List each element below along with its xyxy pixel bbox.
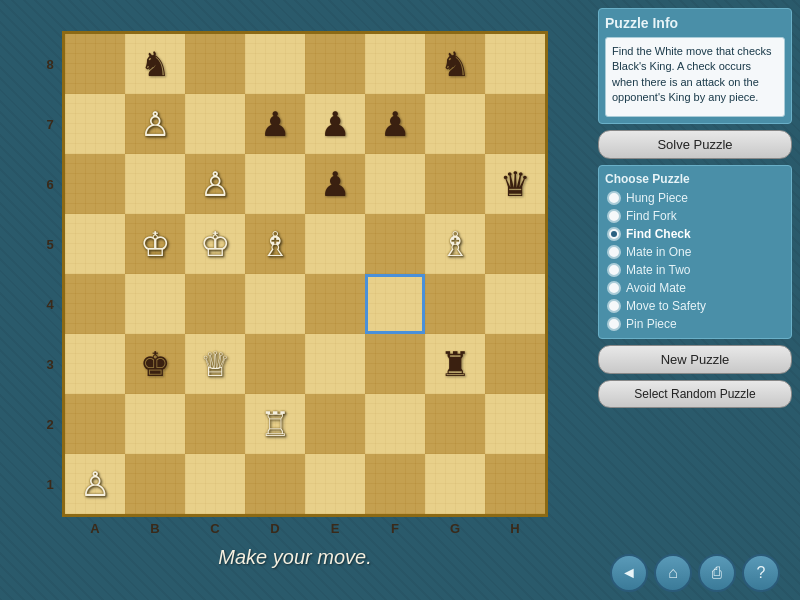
solve-puzzle-button[interactable]: Solve Puzzle [598,130,792,159]
cell-e5[interactable] [305,214,365,274]
cell-d7[interactable]: ♟ [245,94,305,154]
cell-a5[interactable] [65,214,125,274]
cell-e1[interactable] [305,454,365,514]
radio-circle-pin-piece [607,317,621,331]
cell-h5[interactable] [485,214,545,274]
white-king-c5: ♔ [200,227,230,261]
info-button[interactable]: ? [742,554,780,592]
cell-f2[interactable] [365,394,425,454]
cell-f6[interactable] [365,154,425,214]
left-panel: 1 2 3 4 5 6 7 8 ♞♞♙♟♟♟♙♟♛♔♔♗♗♚♕♜♖♙ A B C… [0,0,590,600]
cell-a1[interactable]: ♙ [65,454,125,514]
radio-item-move-to-safety[interactable]: Move to Safety [605,298,785,314]
cell-h4[interactable] [485,274,545,334]
back-button[interactable]: ◄ [610,554,648,592]
chess-board[interactable]: ♞♞♙♟♟♟♙♟♛♔♔♗♗♚♕♜♖♙ [62,31,548,517]
cell-b6[interactable] [125,154,185,214]
cell-c8[interactable] [185,34,245,94]
cell-a8[interactable] [65,34,125,94]
white-bishop-d5: ♗ [260,227,290,261]
cell-c5[interactable]: ♔ [185,214,245,274]
cell-f4[interactable] [365,274,425,334]
cell-d5[interactable]: ♗ [245,214,305,274]
cell-d8[interactable] [245,34,305,94]
cell-g5[interactable]: ♗ [425,214,485,274]
radio-circle-mate-in-one [607,245,621,259]
cell-b2[interactable] [125,394,185,454]
puzzle-info-text-box: Find the White move that checks Black's … [605,37,785,117]
radio-item-mate-in-two[interactable]: Mate in Two [605,262,785,278]
cell-g1[interactable] [425,454,485,514]
choose-puzzle-box: Choose Puzzle Hung PieceFind ForkFind Ch… [598,165,792,339]
cell-c1[interactable] [185,454,245,514]
cell-g8[interactable]: ♞ [425,34,485,94]
radio-item-hung-piece[interactable]: Hung Piece [605,190,785,206]
cell-h1[interactable] [485,454,545,514]
cell-d1[interactable] [245,454,305,514]
cell-d3[interactable] [245,334,305,394]
radio-circle-move-to-safety [607,299,621,313]
cell-h6[interactable]: ♛ [485,154,545,214]
print-button[interactable]: ⎙ [698,554,736,592]
board-with-labels: 1 2 3 4 5 6 7 8 ♞♞♙♟♟♟♙♟♛♔♔♗♗♚♕♜♖♙ [42,31,548,517]
cell-e2[interactable] [305,394,365,454]
select-random-puzzle-button[interactable]: Select Random Puzzle [598,380,792,408]
cell-e8[interactable] [305,34,365,94]
cell-a6[interactable] [65,154,125,214]
cell-h3[interactable] [485,334,545,394]
white-bishop-g5: ♗ [440,227,470,261]
cell-e7[interactable]: ♟ [305,94,365,154]
radio-item-find-fork[interactable]: Find Fork [605,208,785,224]
cell-g4[interactable] [425,274,485,334]
cell-g2[interactable] [425,394,485,454]
cell-b3[interactable]: ♚ [125,334,185,394]
cell-c7[interactable] [185,94,245,154]
cell-f3[interactable] [365,334,425,394]
new-puzzle-button[interactable]: New Puzzle [598,345,792,374]
white-queen-c3: ♕ [200,347,230,381]
radio-label-mate-in-one: Mate in One [626,245,691,259]
cell-c3[interactable]: ♕ [185,334,245,394]
cell-e3[interactable] [305,334,365,394]
cell-g7[interactable] [425,94,485,154]
cell-h7[interactable] [485,94,545,154]
cell-c2[interactable] [185,394,245,454]
cell-h8[interactable] [485,34,545,94]
cell-h2[interactable] [485,394,545,454]
cell-a3[interactable] [65,334,125,394]
cell-b4[interactable] [125,274,185,334]
home-button[interactable]: ⌂ [654,554,692,592]
cell-a4[interactable] [65,274,125,334]
white-pawn-b7: ♙ [140,107,170,141]
puzzle-type-group: Hung PieceFind ForkFind CheckMate in One… [605,190,785,332]
puzzle-info-box: Puzzle Info Find the White move that che… [598,8,792,124]
cell-g6[interactable] [425,154,485,214]
cell-b7[interactable]: ♙ [125,94,185,154]
cell-d2[interactable]: ♖ [245,394,305,454]
radio-item-find-check[interactable]: Find Check [605,226,785,242]
cell-e4[interactable] [305,274,365,334]
cell-g3[interactable]: ♜ [425,334,485,394]
file-b: B [125,521,185,536]
cell-d4[interactable] [245,274,305,334]
puzzle-description: Find the White move that checks Black's … [612,44,778,106]
cell-c6[interactable]: ♙ [185,154,245,214]
cell-f8[interactable] [365,34,425,94]
radio-item-avoid-mate[interactable]: Avoid Mate [605,280,785,296]
radio-label-mate-in-two: Mate in Two [626,263,690,277]
black-knight-b8: ♞ [140,47,170,81]
cell-b1[interactable] [125,454,185,514]
cell-e6[interactable]: ♟ [305,154,365,214]
rank-labels: 1 2 3 4 5 6 7 8 [42,34,58,514]
radio-item-mate-in-one[interactable]: Mate in One [605,244,785,260]
cell-b5[interactable]: ♔ [125,214,185,274]
cell-d6[interactable] [245,154,305,214]
cell-b8[interactable]: ♞ [125,34,185,94]
cell-c4[interactable] [185,274,245,334]
radio-item-pin-piece[interactable]: Pin Piece [605,316,785,332]
cell-f5[interactable] [365,214,425,274]
cell-f1[interactable] [365,454,425,514]
cell-a7[interactable] [65,94,125,154]
cell-a2[interactable] [65,394,125,454]
cell-f7[interactable]: ♟ [365,94,425,154]
